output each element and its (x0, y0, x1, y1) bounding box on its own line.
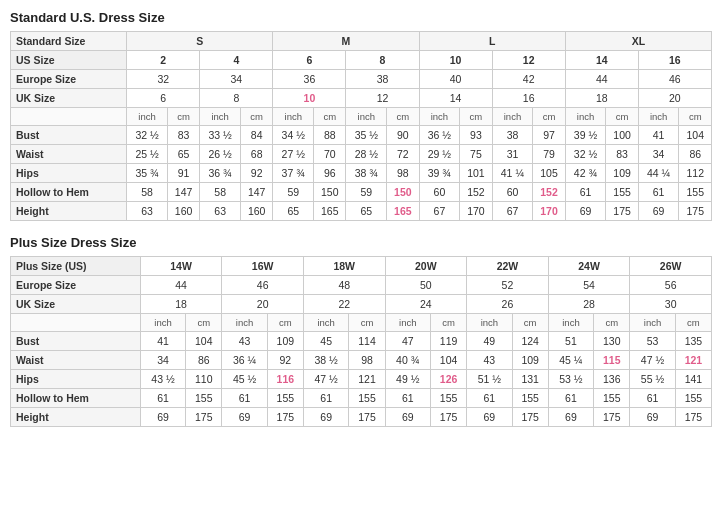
unit-cm: cm (167, 108, 199, 126)
plus-26w: 26W (630, 257, 712, 276)
unit-cm: cm (460, 108, 492, 126)
table-row: Height 63160 63160 65165 65165 67170 671… (11, 202, 712, 221)
plus-20w: 20W (385, 257, 467, 276)
unit-inch: inch (492, 108, 533, 126)
plus-table: Plus Size (US) 14W 16W 18W 20W 22W 24W 2… (10, 256, 712, 427)
puk-22: 22 (303, 295, 385, 314)
uk-20: 20 (638, 89, 711, 108)
peu-52: 52 (467, 276, 549, 295)
standard-size-label: Standard Size (11, 32, 127, 51)
uk-18: 18 (565, 89, 638, 108)
plus-size-label: Plus Size (US) (11, 257, 141, 276)
table-row: Waist 3486 36 ¼92 38 ½98 40 ¾104 43109 4… (11, 351, 712, 370)
peu-50: 50 (385, 276, 467, 295)
table-row: Hips 35 ¾91 36 ¾92 37 ¾96 38 ¾98 39 ¾101… (11, 164, 712, 183)
puk-28: 28 (548, 295, 630, 314)
unit-cm: cm (314, 108, 346, 126)
table-row: Hollow to Hem 61155 61155 61155 61155 61… (11, 389, 712, 408)
us-size-label: US Size (11, 51, 127, 70)
unit-cm: cm (387, 108, 419, 126)
peu-46: 46 (222, 276, 304, 295)
standard-table: Standard Size S M L XL US Size 2 4 6 8 1… (10, 31, 712, 221)
plus-title: Plus Size Dress Size (10, 235, 712, 250)
size-s: S (127, 32, 273, 51)
plus-14w: 14W (140, 257, 222, 276)
uk-14: 14 (419, 89, 492, 108)
us-16: 16 (638, 51, 711, 70)
unit-cm: cm (533, 108, 565, 126)
size-m: M (273, 32, 419, 51)
table-row: Waist 25 ½65 26 ½68 27 ½70 28 ½72 29 ½75… (11, 145, 712, 164)
uk-6: 6 (127, 89, 200, 108)
plus-24w: 24W (548, 257, 630, 276)
unit-cm: cm (679, 108, 712, 126)
eu-40: 40 (419, 70, 492, 89)
table-row: Bust 41104 43109 45114 47119 49124 51130… (11, 332, 712, 351)
table-row: Height 69175 69175 69175 69175 69175 691… (11, 408, 712, 427)
plus-europe-label: Europe Size (11, 276, 141, 295)
eu-34: 34 (200, 70, 273, 89)
eu-32: 32 (127, 70, 200, 89)
table-row: Bust 32 ½83 33 ½84 34 ½88 35 ½90 36 ½93 … (11, 126, 712, 145)
puk-20: 20 (222, 295, 304, 314)
plus-16w: 16W (222, 257, 304, 276)
plus-22w: 22W (467, 257, 549, 276)
puk-26: 26 (467, 295, 549, 314)
unit-spacer (11, 108, 127, 126)
eu-44: 44 (565, 70, 638, 89)
us-12: 12 (492, 51, 565, 70)
unit-cm: cm (241, 108, 273, 126)
us-4: 4 (200, 51, 273, 70)
puk-30: 30 (630, 295, 712, 314)
unit-inch: inch (419, 108, 460, 126)
us-8: 8 (346, 51, 419, 70)
peu-48: 48 (303, 276, 385, 295)
plus-unit-spacer (11, 314, 141, 332)
uk-8: 8 (200, 89, 273, 108)
uk-10: 10 (273, 89, 346, 108)
unit-inch: inch (200, 108, 241, 126)
size-l: L (419, 32, 565, 51)
europe-size-label: Europe Size (11, 70, 127, 89)
standard-title: Standard U.S. Dress Size (10, 10, 712, 25)
puk-18: 18 (140, 295, 222, 314)
plus-18w: 18W (303, 257, 385, 276)
unit-inch: inch (127, 108, 168, 126)
eu-42: 42 (492, 70, 565, 89)
eu-46: 46 (638, 70, 711, 89)
table-row: Hips 43 ½110 45 ½116 47 ½121 49 ½126 51 … (11, 370, 712, 389)
plus-uk-label: UK Size (11, 295, 141, 314)
peu-56: 56 (630, 276, 712, 295)
eu-38: 38 (346, 70, 419, 89)
eu-36: 36 (273, 70, 346, 89)
unit-inch: inch (273, 108, 314, 126)
peu-54: 54 (548, 276, 630, 295)
peu-44: 44 (140, 276, 222, 295)
uk-16: 16 (492, 89, 565, 108)
uk-size-label: UK Size (11, 89, 127, 108)
us-2: 2 (127, 51, 200, 70)
uk-12: 12 (346, 89, 419, 108)
us-6: 6 (273, 51, 346, 70)
table-row: Hollow to Hem 58147 58147 59150 59150 60… (11, 183, 712, 202)
unit-cm: cm (606, 108, 638, 126)
unit-inch: inch (565, 108, 606, 126)
unit-inch: inch (346, 108, 387, 126)
size-xl: XL (565, 32, 711, 51)
us-14: 14 (565, 51, 638, 70)
puk-24: 24 (385, 295, 467, 314)
unit-inch: inch (638, 108, 679, 126)
us-10: 10 (419, 51, 492, 70)
